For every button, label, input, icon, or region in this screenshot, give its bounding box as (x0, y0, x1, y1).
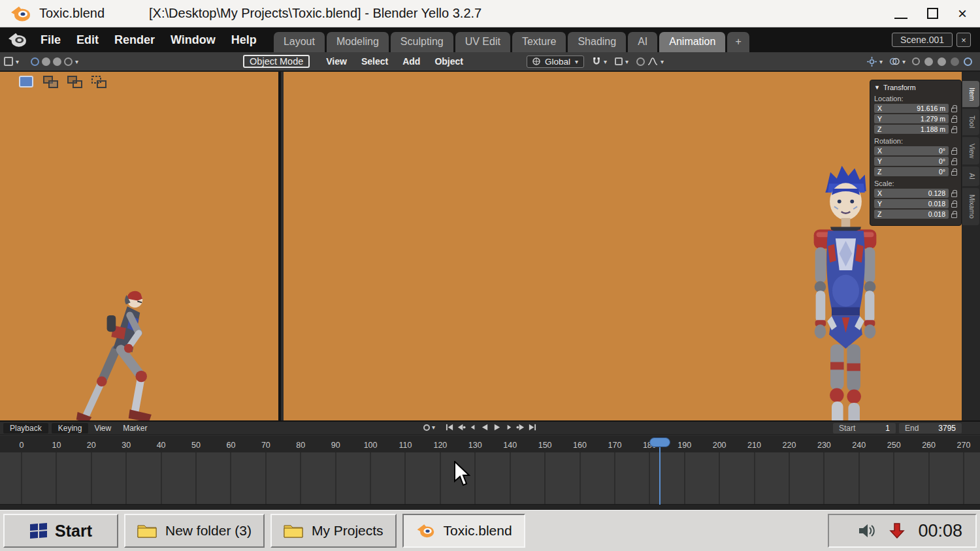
viewport-front-view[interactable] (284, 72, 962, 420)
close-button[interactable]: × (958, 6, 967, 22)
paint-mask-icon[interactable] (31, 57, 39, 66)
next-frame-button[interactable] (503, 422, 514, 432)
play-reverse-button[interactable] (480, 422, 491, 432)
panel-collapse-icon[interactable]: ▼ (874, 84, 880, 91)
character-side-view[interactable] (73, 287, 170, 440)
transform-location-y-field[interactable]: Y1.279 m (874, 114, 949, 123)
vertex-mask-icon[interactable] (42, 57, 50, 66)
shading-material-icon[interactable] (951, 57, 959, 66)
lock-icon[interactable] (951, 118, 957, 123)
texture-mask-icon[interactable] (64, 57, 73, 66)
transform-scale-z-field[interactable]: Z0.018 (874, 210, 949, 219)
viewport-side-view[interactable] (0, 72, 281, 420)
workspace-tab-modeling[interactable]: Modeling (327, 32, 389, 52)
viewport-menu-add[interactable]: Add (395, 56, 427, 67)
transform-rotation-z-field[interactable]: Z0° (874, 167, 949, 176)
menu-file[interactable]: File (33, 33, 69, 47)
workspace-tab-shading[interactable]: Shading (568, 32, 626, 52)
transform-location-z-field[interactable]: Z1.188 m (874, 125, 949, 134)
transform-rotation-y-field[interactable]: Y0° (874, 157, 949, 166)
timeline-menu-keying[interactable]: Keying (52, 423, 89, 433)
transform-rotation-x-field[interactable]: X0° (874, 146, 949, 155)
chevron-down-icon[interactable]: ▾ (661, 58, 664, 65)
object-mode-dropdown[interactable]: Object Mode (243, 55, 310, 68)
lock-icon[interactable] (951, 193, 957, 197)
show-gizmo-icon[interactable] (867, 57, 877, 67)
shading-solid-icon[interactable] (938, 57, 946, 66)
minimize-button[interactable] (894, 6, 907, 22)
chevron-down-icon[interactable]: ▾ (75, 58, 78, 65)
timeline-tracks[interactable] (0, 452, 980, 504)
menu-render[interactable]: Render (106, 33, 163, 47)
sidebar-tab-item[interactable]: Item (962, 81, 979, 107)
previous-keyframe-button[interactable] (456, 422, 467, 432)
workspace-tab-texture[interactable]: Texture (512, 32, 566, 52)
chevron-down-icon[interactable]: ▾ (625, 58, 629, 65)
toggle-xray-icon[interactable] (912, 57, 920, 65)
chevron-down-icon[interactable]: ▾ (604, 58, 607, 65)
lock-icon[interactable] (951, 161, 957, 165)
timeline-menu-view[interactable]: View (88, 424, 117, 433)
proportional-falloff-icon[interactable] (647, 57, 658, 65)
blender-menu-icon[interactable] (7, 31, 27, 48)
snap-magnet-icon[interactable] (592, 57, 601, 66)
select-mode-intersect-icon[interactable] (91, 75, 108, 89)
maximize-button[interactable] (927, 6, 938, 22)
timeline-ruler[interactable]: 0102030405060708090100110120130140150160… (0, 435, 980, 452)
workspace-tab-animation[interactable]: Animation (659, 32, 725, 52)
playhead-handle[interactable] (649, 437, 670, 447)
menu-edit[interactable]: Edit (69, 33, 106, 47)
editor-type-icon[interactable] (4, 57, 13, 66)
sidebar-tab-tool[interactable]: Tool (962, 109, 979, 134)
previous-frame-button[interactable] (468, 422, 479, 432)
taskbar-button-my-projects[interactable]: My Projects (270, 514, 397, 548)
shading-wireframe-icon[interactable] (924, 57, 933, 66)
transform-scale-y-field[interactable]: Y0.018 (874, 199, 949, 208)
frame-end-field[interactable]: End 3795 (899, 423, 962, 433)
play-button[interactable] (491, 422, 502, 432)
snap-target-icon[interactable] (615, 57, 623, 65)
select-mode-extend-icon[interactable] (42, 75, 59, 89)
timeline-menu-playback[interactable]: Playback (3, 423, 48, 433)
shading-rendered-icon[interactable] (964, 57, 972, 66)
auto-keying-icon[interactable] (423, 424, 430, 431)
workspace-tab-sculpting[interactable]: Sculpting (391, 32, 453, 52)
start-button[interactable]: Start (3, 514, 118, 548)
select-mode-subtract-icon[interactable] (67, 75, 84, 89)
viewport-menu-object[interactable]: Object (427, 56, 470, 67)
lock-icon[interactable] (951, 213, 957, 218)
workspace-tab-uv-edit[interactable]: UV Edit (455, 32, 510, 52)
transform-scale-x-field[interactable]: X0.128 (874, 189, 949, 198)
frame-start-field[interactable]: Start 1 (833, 423, 896, 433)
jump-to-start-button[interactable] (444, 422, 455, 432)
lock-icon[interactable] (951, 171, 957, 176)
workspace-tab-ai[interactable]: AI (628, 32, 657, 52)
scene-unlink-button[interactable]: × (956, 33, 971, 47)
proportional-editing-icon[interactable] (636, 57, 645, 66)
show-overlays-icon[interactable] (889, 57, 900, 66)
sidebar-tab-mixamo[interactable]: Mixamo (962, 188, 979, 225)
jump-to-end-button[interactable] (527, 422, 538, 432)
lock-icon[interactable] (951, 150, 957, 155)
lock-icon[interactable] (951, 108, 957, 112)
volume-icon[interactable] (858, 523, 876, 539)
tray-alert-icon[interactable] (889, 522, 905, 539)
chevron-down-icon[interactable]: ▾ (902, 58, 906, 65)
menu-window[interactable]: Window (163, 33, 223, 47)
lock-icon[interactable] (951, 129, 957, 133)
transform-location-x-field[interactable]: X91.616 m (874, 104, 949, 113)
lock-icon[interactable] (951, 203, 957, 208)
viewport-menu-view[interactable]: View (319, 56, 354, 67)
chevron-down-icon[interactable]: ▾ (879, 58, 883, 65)
scene-selector[interactable]: Scene.001 (892, 33, 953, 47)
sidebar-tab-ai[interactable]: AI (962, 166, 979, 186)
menu-help[interactable]: Help (223, 33, 265, 47)
workspace-tab-layout[interactable]: Layout (274, 32, 325, 52)
taskbar-button-new-folder-3[interactable]: New folder (3) (124, 514, 265, 548)
chevron-down-icon[interactable]: ▾ (432, 424, 435, 431)
next-keyframe-button[interactable] (515, 422, 526, 432)
timeline-menu-marker[interactable]: Marker (117, 424, 153, 433)
transform-orientation-dropdown[interactable]: Global ▾ (527, 55, 584, 68)
viewport-menu-select[interactable]: Select (354, 56, 395, 67)
add-workspace-button[interactable]: + (727, 32, 749, 52)
